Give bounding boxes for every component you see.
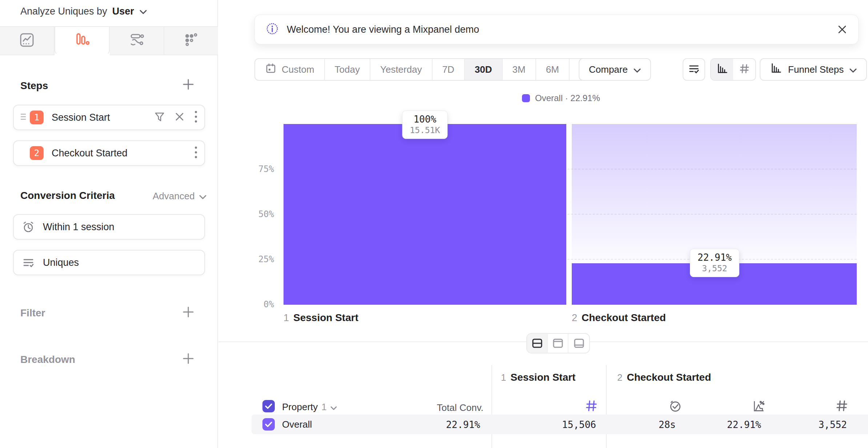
- drag-handle-icon[interactable]: [20, 113, 27, 122]
- breakdown-heading: Breakdown: [20, 354, 75, 365]
- counting-method-card[interactable]: Uniques: [13, 250, 205, 275]
- step-event-name[interactable]: Checkout Started: [52, 148, 194, 159]
- panel-layout-toggle: [526, 333, 590, 353]
- chevron-down-icon: [199, 191, 206, 202]
- remove-step-icon[interactable]: [174, 112, 185, 123]
- compare-button[interactable]: Compare: [579, 58, 651, 81]
- add-filter-button[interactable]: [181, 305, 196, 319]
- welcome-banner: Welcome! You are viewing a Mixpanel demo: [254, 15, 859, 44]
- step-number-badge: 1: [30, 111, 44, 124]
- toggle-bar-chart[interactable]: [711, 59, 733, 80]
- date-range-label: 7D: [442, 64, 454, 75]
- x-axis-label-step1: 1 Session Start: [284, 312, 358, 324]
- cell-total-conv: 22.91%: [446, 419, 480, 430]
- property-column-header[interactable]: Property 1: [282, 401, 337, 413]
- layout-chart-view[interactable]: [548, 334, 568, 353]
- step-more-options-icon[interactable]: [194, 146, 198, 160]
- mixpanel-funnel-screen: Analyze Uniques by User: [0, 0, 868, 448]
- table-row-overall[interactable]: [252, 415, 868, 434]
- date-range-yesterday[interactable]: Yesterday: [370, 59, 433, 80]
- step-card-2[interactable]: 2 Checkout Started: [13, 140, 205, 166]
- total-conv-column-header: Total Conv.: [437, 402, 483, 413]
- tab-funnels[interactable]: [55, 27, 110, 55]
- chart-legend[interactable]: Overall · 22.91%: [522, 93, 600, 103]
- date-range-label: Today: [335, 64, 360, 75]
- analyze-value-dropdown[interactable]: User: [112, 6, 134, 17]
- tooltip-percent: 22.91%: [698, 252, 732, 263]
- chevron-down-icon: [330, 401, 337, 413]
- layout-table-view[interactable]: [568, 334, 589, 353]
- conversion-window-label: Within 1 session: [43, 221, 114, 233]
- property-index: 1: [321, 401, 326, 413]
- close-icon[interactable]: [837, 24, 847, 35]
- step-card-1[interactable]: 1 Session Start: [13, 105, 205, 130]
- tooltip-count: 3,552: [698, 264, 732, 273]
- calendar-icon: [265, 63, 277, 77]
- layout-split-view[interactable]: [527, 334, 548, 353]
- date-range-7d[interactable]: 7D: [433, 59, 465, 80]
- y-axis-tick: 0%: [252, 299, 274, 309]
- toggle-number[interactable]: [733, 59, 755, 80]
- tab-flows[interactable]: [110, 27, 164, 55]
- add-breakdown-button[interactable]: [181, 351, 196, 366]
- date-range-label: 3M: [513, 64, 526, 75]
- funnel-steps-view-dropdown[interactable]: Funnel Steps: [760, 58, 867, 81]
- select-all-checkbox[interactable]: [262, 400, 275, 412]
- step-number-badge: 2: [30, 146, 44, 160]
- view-label: Funnel Steps: [788, 64, 844, 75]
- funnel-bar-session-start[interactable]: [284, 124, 566, 305]
- chevron-down-icon: [849, 64, 857, 75]
- funnel-tooltip-step2: 22.91% 3,552: [690, 249, 739, 277]
- step-more-options-icon[interactable]: [194, 110, 198, 125]
- date-range-label: 6M: [546, 64, 559, 75]
- count-metric-icon[interactable]: [585, 399, 598, 414]
- row-checkbox[interactable]: [262, 418, 275, 431]
- list-check-icon: [22, 256, 35, 269]
- conversion-criteria-heading: Conversion Criteria: [20, 190, 115, 201]
- tab-insights[interactable]: [0, 27, 55, 55]
- conversion-window-card[interactable]: Within 1 session: [13, 214, 205, 240]
- count-metric-icon[interactable]: [835, 399, 848, 414]
- cell-checkout-conv: 22.91%: [727, 419, 761, 430]
- conversion-rate-chart-icon[interactable]: [752, 399, 765, 415]
- list-check-icon: [688, 63, 700, 76]
- table-column-divider: [491, 365, 492, 448]
- table-group-header-step1: 1 Session Start: [501, 372, 575, 383]
- group-step-index: 2: [617, 372, 622, 383]
- date-range-custom[interactable]: Custom: [255, 59, 325, 80]
- chevron-down-icon[interactable]: [139, 6, 147, 17]
- add-step-button[interactable]: [181, 77, 196, 92]
- tooltip-count: 15.51K: [410, 125, 440, 135]
- date-range-control: Custom Today Yesterday 7D 30D 3M 6M 12M: [254, 58, 608, 81]
- step-index: 2: [572, 312, 577, 324]
- step-index: 1: [284, 312, 289, 324]
- banner-message: Welcome! You are viewing a Mixpanel demo: [287, 24, 829, 35]
- funnel-chart-icon: [770, 62, 782, 77]
- flows-icon: [128, 32, 145, 50]
- hash-icon: [739, 63, 750, 76]
- funnel-lost-users-area: [572, 124, 857, 263]
- info-icon: [266, 22, 279, 37]
- avg-time-to-convert-icon[interactable]: [668, 399, 682, 415]
- bar-chart-icon: [716, 63, 728, 76]
- y-axis-tick: 75%: [252, 164, 274, 174]
- analyze-uniques-row: Analyze Uniques by User: [20, 6, 147, 17]
- advanced-dropdown[interactable]: Advanced: [153, 191, 206, 202]
- query-builder-sidebar: Analyze Uniques by User: [0, 0, 218, 448]
- retention-icon: [183, 32, 200, 50]
- tab-retention[interactable]: [164, 27, 218, 55]
- insights-icon: [19, 32, 35, 50]
- cell-checkout-count: 3,552: [819, 419, 847, 430]
- x-axis-label-step2: 2 Checkout Started: [572, 312, 666, 324]
- row-label: Overall: [282, 419, 312, 430]
- alarm-clock-icon: [22, 220, 35, 233]
- group-step-name: Checkout Started: [627, 372, 711, 383]
- compare-label: Compare: [589, 64, 628, 75]
- uniques-metric-button[interactable]: [683, 58, 705, 81]
- date-range-30d[interactable]: 30D: [465, 59, 503, 80]
- date-range-today[interactable]: Today: [325, 59, 370, 80]
- date-range-6m[interactable]: 6M: [536, 59, 570, 80]
- step-event-name[interactable]: Session Start: [52, 112, 154, 123]
- filter-step-icon[interactable]: [154, 111, 165, 124]
- date-range-3m[interactable]: 3M: [503, 59, 536, 80]
